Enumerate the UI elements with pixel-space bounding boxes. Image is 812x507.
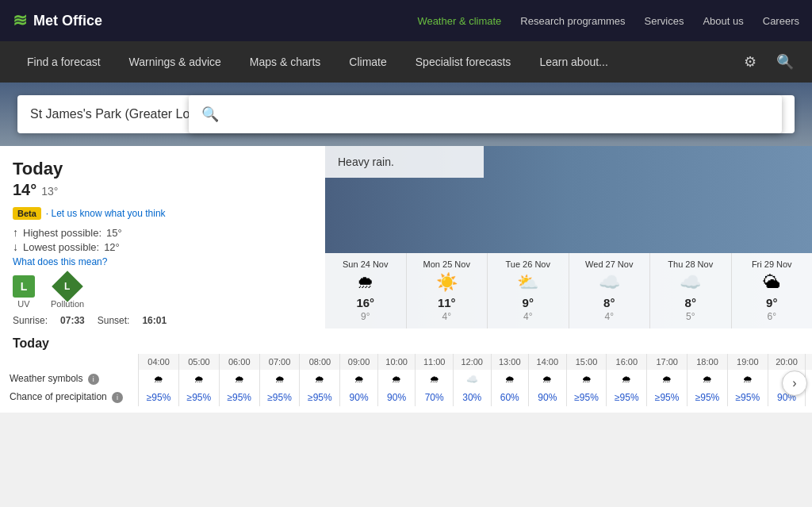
wx-04: 🌧 bbox=[139, 370, 179, 388]
wx-18: 🌧 bbox=[688, 370, 728, 388]
scroll-right-button[interactable]: › bbox=[782, 371, 807, 396]
precip-08: ≥95% bbox=[300, 388, 340, 406]
hour-10: 10:00 bbox=[377, 354, 416, 370]
precip-label: Chance of precipitation i bbox=[0, 388, 139, 406]
hourly-scroll[interactable]: 04:00 05:00 06:00 07:00 08:00 09:00 10:0… bbox=[0, 354, 812, 413]
nav-find-forecast[interactable]: Find a forecast bbox=[13, 41, 115, 83]
search-button[interactable]: 🔍 bbox=[771, 48, 799, 76]
wx-19: 🌧 bbox=[727, 370, 768, 388]
hours-label bbox=[0, 354, 139, 370]
precip-14: 90% bbox=[529, 388, 567, 406]
precip-info[interactable]: i bbox=[112, 392, 123, 403]
day-icon-3: ☁️ bbox=[574, 272, 645, 293]
precip-13: 60% bbox=[491, 388, 529, 406]
hour-14: 14:00 bbox=[529, 354, 567, 370]
top-nav-weather[interactable]: Weather & climate bbox=[417, 12, 501, 30]
wx-14: 🌧 bbox=[529, 370, 567, 388]
precip-18: ≥95% bbox=[688, 388, 728, 406]
search-bar: 🔍 bbox=[17, 95, 795, 133]
day-name-3: Wed 27 Nov bbox=[574, 259, 645, 269]
wx-06: 🌧 bbox=[219, 370, 259, 388]
uv-label: UV bbox=[17, 299, 29, 309]
wx-17: 🌧 bbox=[647, 370, 688, 388]
day-high-2: 9° bbox=[492, 296, 564, 309]
top-nav-careers[interactable]: Careers bbox=[763, 12, 799, 30]
day-high-4: 8° bbox=[655, 296, 726, 309]
nav-learn[interactable]: Learn about... bbox=[525, 41, 622, 83]
day-low-2: 4° bbox=[492, 311, 564, 322]
beta-feedback-link[interactable]: · Let us know what you think bbox=[46, 208, 166, 219]
hour-05: 05:00 bbox=[179, 354, 220, 370]
top-nav: ≋ Met Office Weather & climate Research … bbox=[0, 0, 812, 41]
hour-21: 21:00 bbox=[806, 354, 812, 370]
nav-specialist[interactable]: Specialist forecasts bbox=[401, 41, 526, 83]
weekly-forecast: Sun 24 Nov 🌧 16° 9° Mon 25 Nov ☀️ 11° 4°… bbox=[325, 253, 812, 328]
hour-19: 19:00 bbox=[727, 354, 768, 370]
wx-08: 🌧 bbox=[300, 370, 340, 388]
uv-badge: L bbox=[13, 275, 35, 298]
top-nav-services[interactable]: Services bbox=[645, 12, 684, 30]
day-high-1: 11° bbox=[412, 296, 483, 309]
today-title: Today bbox=[13, 159, 312, 179]
highest-arrow-icon: ↑ bbox=[13, 226, 18, 239]
lowest-val: 12° bbox=[104, 241, 120, 253]
lowest-label: Lowest possible: bbox=[23, 241, 99, 253]
day-forecast-0: Sun 24 Nov 🌧 16° 9° bbox=[325, 253, 406, 328]
precip-04: ≥95% bbox=[139, 388, 179, 406]
location-search-input[interactable] bbox=[30, 107, 189, 121]
uv-row: L UV L Pollution bbox=[13, 275, 312, 309]
logo-text: Met Office bbox=[33, 13, 102, 29]
top-nav-about[interactable]: About us bbox=[703, 12, 743, 30]
main-content: Today 14° 13° Beta · Let us know what yo… bbox=[0, 146, 812, 328]
weather-symbols-row: Weather symbols i 🌧 🌧 🌧 🌧 🌧 🌧 🌧 🌧 ☁️ 🌧 🌧 bbox=[0, 370, 812, 388]
hour-06: 06:00 bbox=[219, 354, 259, 370]
wx-09: 🌧 bbox=[340, 370, 378, 388]
day-forecast-2: Tue 26 Nov ⛅ 9° 4° bbox=[487, 253, 569, 328]
today-temps: 14° 13° bbox=[13, 181, 312, 199]
nav-warnings[interactable]: Warnings & advice bbox=[115, 41, 236, 83]
day-low-1: 4° bbox=[412, 311, 483, 322]
day-name-0: Sun 24 Nov bbox=[330, 259, 401, 269]
highest-possible-row: ↑ Highest possible: 15° bbox=[13, 226, 312, 239]
beta-row: Beta · Let us know what you think bbox=[13, 207, 312, 220]
day-name-1: Mon 25 Nov bbox=[412, 259, 483, 269]
day-high-3: 8° bbox=[574, 296, 645, 309]
hour-08: 08:00 bbox=[300, 354, 340, 370]
precip-17: ≥95% bbox=[647, 388, 688, 406]
day-name-4: Thu 28 Nov bbox=[655, 259, 726, 269]
sec-nav-icons: ⚙ 🔍 bbox=[736, 48, 799, 76]
logo: ≋ Met Office bbox=[13, 10, 102, 31]
hourly-title: Today bbox=[0, 328, 812, 354]
weather-symbols-info[interactable]: i bbox=[88, 374, 99, 385]
hour-11: 11:00 bbox=[416, 354, 454, 370]
day-forecast-4: Thu 28 Nov ☁️ 8° 5° bbox=[649, 253, 731, 328]
day-forecast-1: Mon 25 Nov ☀️ 11° 4° bbox=[406, 253, 488, 328]
sec-nav-links: Find a forecast Warnings & advice Maps &… bbox=[13, 41, 736, 83]
day-icon-5: 🌥 bbox=[737, 272, 808, 293]
hourly-wrapper: 04:00 05:00 06:00 07:00 08:00 09:00 10:0… bbox=[0, 354, 812, 413]
search-submit-button[interactable]: 🔍 bbox=[189, 95, 782, 133]
precip-10: 90% bbox=[377, 388, 416, 406]
day-name-2: Tue 26 Nov bbox=[492, 259, 564, 269]
precip-16: ≥95% bbox=[607, 388, 647, 406]
precip-06: ≥95% bbox=[219, 388, 259, 406]
settings-button[interactable]: ⚙ bbox=[736, 48, 764, 76]
day-low-3: 4° bbox=[574, 311, 645, 322]
top-nav-research[interactable]: Research programmes bbox=[520, 12, 625, 30]
nav-climate[interactable]: Climate bbox=[335, 41, 400, 83]
hour-07: 07:00 bbox=[259, 354, 300, 370]
weather-symbols-label: Weather symbols i bbox=[0, 370, 139, 388]
forecast-panel: Today 14° 13° Beta · Let us know what yo… bbox=[0, 146, 325, 328]
temp-main: 14° bbox=[13, 181, 36, 199]
nav-maps[interactable]: Maps & charts bbox=[236, 41, 335, 83]
day-high-0: 16° bbox=[330, 296, 401, 309]
hourly-section: Today 04:00 05:00 06:00 07:00 08:00 09:0… bbox=[0, 328, 812, 413]
sec-nav: Find a forecast Warnings & advice Maps &… bbox=[0, 41, 812, 83]
precip-19: ≥95% bbox=[727, 388, 768, 406]
what-does-this-mean-link[interactable]: What does this mean? bbox=[13, 256, 312, 267]
precip-11: 70% bbox=[416, 388, 454, 406]
wx-11: 🌧 bbox=[416, 370, 454, 388]
wx-12: ☁️ bbox=[453, 370, 491, 388]
wx-15: 🌧 bbox=[566, 370, 607, 388]
hour-12: 12:00 bbox=[453, 354, 491, 370]
